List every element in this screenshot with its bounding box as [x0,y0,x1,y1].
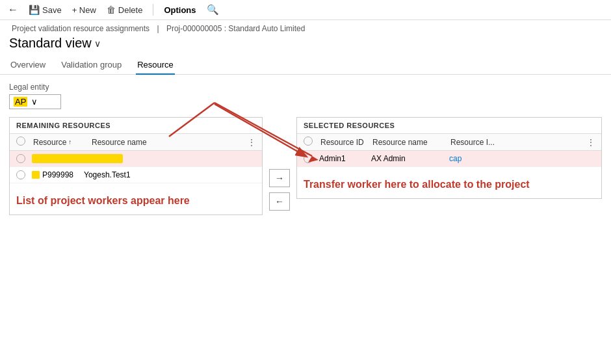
remaining-resource-col[interactable]: Resource ↑ [33,138,92,147]
save-icon: 💾 [29,5,40,15]
page-title: Standard view ∨ [0,34,611,56]
breadcrumb-text1: Project validation resource assignments [12,24,150,33]
tabs: Overview Validation group Resource [0,56,611,75]
yellow-square-icon [32,171,40,179]
back-icon: ← [8,4,18,16]
back-button[interactable]: ← [8,4,18,16]
dropdown-icon: ∨ [31,97,38,107]
search-icon: 🔍 [207,4,219,15]
table-row[interactable]: Admin1 AX Admin cap [297,151,601,167]
breadcrumb: Project validation resource assignments … [0,20,611,34]
remaining-resources-table-header: Resource ↑ Resource name ⋮ [10,133,262,151]
selected-resources-table-header: Resource ID Resource name Resource I... … [297,133,601,151]
selected-resources-header: SELECTED RESOURCES [297,118,601,133]
remaining-more-col[interactable]: ⋮ [248,138,255,147]
yellow-highlight [32,154,123,163]
legal-entity-value: AP [14,97,27,107]
delete-button[interactable]: 🗑 Delete [107,5,143,15]
remaining-name-col: Resource name [92,138,248,147]
legal-entity-input[interactable]: AP ∨ [9,94,61,109]
sort-icon: ↑ [68,138,72,146]
breadcrumb-text2: Proj-000000005 : Standard Auto Limited [166,24,305,33]
selected-resource-id-col[interactable]: Resource ID [320,138,372,147]
delete-label: Delete [118,5,143,15]
options-button[interactable]: Options [164,5,196,15]
transfer-forward-button[interactable]: → [269,169,290,187]
selected-resources-panel: SELECTED RESOURCES Resource ID Resource … [296,117,602,199]
new-label: + New [72,5,96,15]
chevron-down-icon[interactable]: ∨ [94,38,101,49]
table-row[interactable]: P999998 Yogesh.Test1 [10,167,262,183]
row-resource [32,154,84,163]
transfer-buttons: → ← [263,169,296,211]
tab-overview[interactable]: Overview [9,56,47,75]
delete-icon: 🗑 [107,5,116,15]
row-radio[interactable] [16,154,25,163]
row-resource-name: AX Admin [371,154,449,163]
save-button[interactable]: 💾 Save [29,5,62,15]
tab-validation-group[interactable]: Validation group [60,56,123,75]
separator [153,4,153,16]
search-button[interactable]: 🔍 [207,4,219,16]
row-resource-id: Admin1 [319,154,371,163]
row-name: Yogesh.Test1 [84,170,255,179]
page-title-text: Standard view [9,36,92,51]
remaining-resources-header: REMAINING RESOURCES [10,118,262,133]
selected-annotation: Transfer worker here to allocate to the … [297,167,601,198]
save-label: Save [42,5,62,15]
toolbar: ← 💾 Save + New 🗑 Delete Options 🔍 [0,0,611,20]
selected-resource-name-col: Resource name [372,138,450,147]
selected-radio-col [304,136,320,148]
radio-circle-header [16,136,25,146]
row-radio[interactable] [16,170,25,179]
tab-resource[interactable]: Resource [136,56,175,75]
remaining-resources-panel: REMAINING RESOURCES Resource ↑ Resource … [9,117,263,215]
new-button[interactable]: + New [72,5,96,15]
options-label: Options [164,5,196,15]
breadcrumb-separator: | [157,24,159,33]
selected-resource-last-col: Resource I... [450,138,587,147]
table-row[interactable] [10,151,262,167]
selected-more-col[interactable]: ⋮ [587,138,595,147]
remaining-radio-col [16,136,33,148]
row-resource-last: cap [449,154,595,163]
remaining-annotation: List of project workers appear here [10,183,262,214]
row-radio[interactable] [304,154,313,163]
legal-entity-label: Legal entity [9,83,602,92]
transfer-backward-button[interactable]: ← [269,192,290,211]
main-content: Legal entity AP ∨ REMAINING RESOURCES Re… [0,75,611,223]
panels-container: REMAINING RESOURCES Resource ↑ Resource … [9,117,602,215]
row-resource: P999998 [32,170,84,179]
radio-circle-header [304,136,313,146]
